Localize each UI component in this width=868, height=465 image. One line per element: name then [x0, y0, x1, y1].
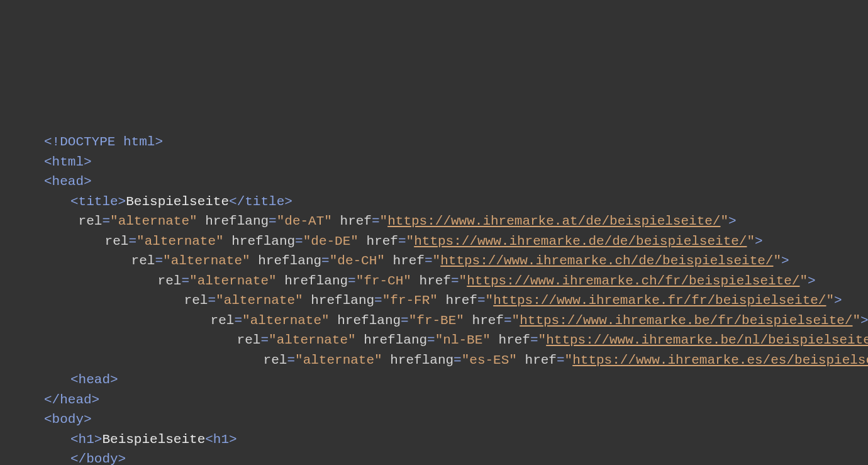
- hreflang-value: "fr-FR": [382, 293, 438, 308]
- link-tag: rel="alternate" hreflang="fr-FR" href="h…: [176, 293, 842, 308]
- rel-attr: rel: [158, 274, 182, 288]
- title-text: Beispielseite: [126, 194, 229, 209]
- hreflang-attr: hreflang: [258, 254, 321, 268]
- quote-close: ": [826, 293, 834, 308]
- rel-value: "alternate": [295, 353, 382, 367]
- rel-attr: rel: [131, 254, 155, 268]
- tag-close: >: [860, 313, 868, 328]
- link-tag: rel="alternate" hreflang="es-ES" href="h…: [255, 353, 868, 367]
- quote-open: ": [406, 234, 415, 249]
- tag-close: >: [808, 274, 816, 288]
- link-tag: rel="alternate" hreflang="fr-BE" href="h…: [203, 313, 868, 328]
- tag-close: >: [728, 214, 737, 228]
- href-attr: href: [393, 254, 425, 268]
- hreflang-attr: hreflang: [284, 274, 348, 288]
- head-open-tag: <head>: [44, 174, 92, 189]
- rel-attr: rel: [237, 333, 261, 347]
- head-inner-tag: <head>: [70, 373, 118, 387]
- quote-open: ": [565, 353, 573, 367]
- doctype-line: <!DOCTYPE html>: [44, 132, 824, 152]
- rel-attr: rel: [105, 234, 129, 249]
- quote-open: ": [486, 293, 494, 308]
- link-line: rel="alternate" hreflang="de-AT" href="h…: [44, 211, 824, 370]
- hreflang-value: "de-AT": [277, 214, 332, 228]
- head-inner-line: <head>: [44, 370, 824, 390]
- rel-attr: rel: [211, 313, 235, 328]
- quote-open: ": [433, 254, 441, 268]
- head-close-line: </head>: [44, 390, 824, 410]
- href-url: https://www.ihremarke.be/nl/beispielseit…: [546, 333, 868, 347]
- href-url: https://www.ihremarke.de/de/beispielseit…: [414, 234, 747, 249]
- title-line: <title>Beispielseite</title>: [44, 192, 824, 212]
- hreflang-value: "fr-CH": [356, 274, 411, 288]
- link-tag: rel="alternate" hreflang="de-CH" href="h…: [123, 254, 789, 268]
- href-attr: href: [340, 214, 372, 228]
- hreflang-attr: hreflang: [231, 234, 295, 249]
- rel-value: "alternate": [242, 313, 330, 328]
- link-line: rel="alternate" hreflang="nl-BE" href="h…: [203, 330, 824, 370]
- href-url: https://www.ihremarke.be/fr/beispielseit…: [520, 313, 852, 328]
- link-line: rel="alternate" hreflang="de-CH" href="h…: [97, 251, 824, 370]
- body-close-tag: </body>: [70, 452, 126, 465]
- link-tag: rel="alternate" hreflang="de-DE" href="h…: [97, 234, 763, 249]
- h1-text: Beispielseite: [102, 432, 205, 447]
- code-block: <!DOCTYPE html><html><head><title>Beispi…: [44, 132, 824, 465]
- href-attr: href: [499, 333, 530, 347]
- rel-value: "alternate": [189, 274, 277, 288]
- link-line: rel="alternate" hreflang="fr-FR" href="h…: [150, 291, 824, 370]
- head-close-tag: </head>: [44, 393, 99, 407]
- title-open-tag: <title>: [70, 194, 126, 209]
- href-attr: href: [446, 293, 477, 308]
- quote-open: ": [459, 274, 467, 288]
- href-url: https://www.ihremarke.at/de/beispielseit…: [387, 214, 720, 228]
- href-attr: href: [367, 234, 398, 249]
- html-open-tag: <html>: [44, 155, 92, 169]
- body-open-tag: <body>: [44, 412, 92, 427]
- tag-close: >: [781, 254, 789, 268]
- h1-line: <h1>Beispielseite<h1>: [44, 430, 824, 450]
- h1-open-tag: <h1>: [70, 432, 102, 447]
- link-line: rel="alternate" hreflang="fr-CH" href="h…: [123, 271, 824, 371]
- quote-open: ": [538, 333, 547, 347]
- quote-open: ": [380, 214, 388, 228]
- quote-close: ": [720, 214, 728, 228]
- link-tag: rel="alternate" hreflang="nl-BE" href="h…: [229, 333, 868, 347]
- hreflang-attr: hreflang: [311, 293, 374, 308]
- quote-close: ": [799, 274, 808, 288]
- quote-close: ": [747, 234, 755, 249]
- quote-open: ": [512, 313, 520, 328]
- hreflang-value: "es-ES": [462, 353, 517, 367]
- title-close-tag: </title>: [229, 194, 292, 209]
- hreflang-value: "de-CH": [330, 254, 385, 268]
- body-open-line: <body>: [44, 410, 824, 430]
- rel-attr: rel: [79, 214, 103, 228]
- hreflang-value: "de-DE": [303, 234, 359, 249]
- href-url: https://www.ihremarke.fr/fr/beispielseit…: [493, 293, 826, 308]
- head-open-line: <head>: [44, 172, 824, 192]
- rel-value: "alternate": [269, 333, 356, 347]
- rel-attr: rel: [264, 353, 287, 367]
- link-line: rel="alternate" hreflang="de-DE" href="h…: [70, 232, 824, 371]
- h1-close-tag: <h1>: [205, 432, 236, 447]
- rel-attr: rel: [184, 293, 208, 308]
- href-url: https://www.ihremarke.ch/fr/beispielseit…: [467, 274, 799, 288]
- hreflang-attr: hreflang: [337, 313, 401, 328]
- link-line: rel="alternate" hreflang="fr-BE" href="h…: [176, 311, 824, 371]
- tag-close: >: [755, 234, 763, 249]
- link-line: rel="alternate" hreflang="es-ES" href="h…: [229, 350, 824, 371]
- href-url: https://www.ihremarke.ch/de/beispielseit…: [440, 254, 773, 268]
- link-tag: rel="alternate" hreflang="fr-CH" href="h…: [150, 274, 816, 288]
- quote-close: ": [773, 254, 781, 268]
- hreflang-value: "nl-BE": [435, 333, 491, 347]
- href-attr: href: [420, 274, 451, 288]
- hreflang-attr: hreflang: [205, 214, 269, 228]
- rel-value: "alternate": [163, 254, 250, 268]
- rel-value: "alternate": [216, 293, 303, 308]
- html-open-line: <html>: [44, 152, 824, 172]
- href-url: https://www.ihremarke.es/es/beispielseit…: [572, 353, 868, 367]
- hreflang-value: "fr-BE": [409, 313, 464, 328]
- body-close-line: </body>: [44, 449, 824, 465]
- href-attr: href: [472, 313, 504, 328]
- rel-value: "alternate": [110, 214, 198, 228]
- tag-close: >: [834, 293, 842, 308]
